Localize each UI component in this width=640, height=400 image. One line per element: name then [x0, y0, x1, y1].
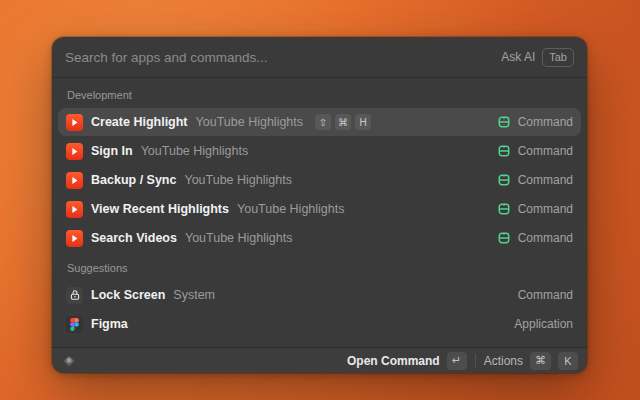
- tab-key-badge: Tab: [542, 48, 574, 67]
- item-type-label: Command: [518, 288, 573, 302]
- actions-label: Actions: [484, 354, 523, 368]
- item-accessory: Command: [497, 173, 573, 187]
- section-header-development: Development: [58, 80, 581, 108]
- item-subtitle: YouTube Highlights: [184, 173, 291, 187]
- command-deeplink-icon: [497, 202, 511, 216]
- item-title: View Recent Highlights: [91, 202, 229, 216]
- item-subtitle: System: [173, 288, 215, 302]
- section-header-suggestions: Suggestions: [58, 253, 581, 281]
- shortcut-badges: ⇧⌘H: [315, 114, 371, 130]
- figma-icon: [66, 316, 83, 333]
- item-accessory: Command: [497, 144, 573, 158]
- item-type-label: Command: [518, 115, 573, 129]
- item-title: Backup / Sync: [91, 173, 176, 187]
- item-type-label: Command: [518, 202, 573, 216]
- open-command-label: Open Command: [347, 354, 440, 368]
- list-item-backup-sync[interactable]: Backup / SyncYouTube HighlightsCommand: [58, 166, 581, 194]
- footer-divider: [475, 354, 476, 367]
- command-deeplink-icon: [497, 231, 511, 245]
- youtube-icon: [66, 143, 83, 160]
- list-item-sign-in[interactable]: Sign InYouTube HighlightsCommand: [58, 137, 581, 165]
- launcher-window: Ask AI Tab DevelopmentCreate HighlightYo…: [52, 37, 587, 373]
- list-item-search-videos[interactable]: Search VideosYouTube HighlightsCommand: [58, 224, 581, 252]
- item-subtitle: YouTube Highlights: [141, 144, 248, 158]
- item-title: Search Videos: [91, 231, 177, 245]
- youtube-icon: [66, 230, 83, 247]
- item-subtitle: YouTube Highlights: [237, 202, 344, 216]
- shortcut-key-badge: ⌘: [335, 114, 351, 130]
- item-type-label: Command: [518, 173, 573, 187]
- k-key-badge: K: [558, 352, 578, 370]
- list-item-create-highlight[interactable]: Create HighlightYouTube Highlights⇧⌘HCom…: [58, 108, 581, 136]
- command-deeplink-icon: [497, 173, 511, 187]
- youtube-icon: [66, 201, 83, 218]
- shortcut-key-badge: ⇧: [315, 114, 331, 130]
- item-subtitle: YouTube Highlights: [196, 115, 303, 129]
- ask-ai-button[interactable]: Ask AI Tab: [501, 48, 574, 67]
- raycast-logo-icon: [61, 353, 77, 369]
- command-deeplink-icon: [497, 144, 511, 158]
- cmd-key-badge: ⌘: [530, 352, 551, 370]
- ask-ai-label: Ask AI: [501, 50, 535, 64]
- list-item-lock-screen[interactable]: Lock ScreenSystemCommand: [58, 281, 581, 309]
- footer: Open Command ↵ Actions ⌘ K: [52, 347, 587, 373]
- youtube-icon: [66, 172, 83, 189]
- item-title: Lock Screen: [91, 288, 165, 302]
- item-accessory: Command: [497, 115, 573, 129]
- open-command-button[interactable]: Open Command ↵: [347, 352, 467, 370]
- item-accessory: Application: [514, 317, 573, 331]
- item-subtitle: YouTube Highlights: [185, 231, 292, 245]
- item-title: Figma: [91, 317, 128, 331]
- youtube-icon: [66, 114, 83, 131]
- item-accessory: Command: [497, 202, 573, 216]
- actions-button[interactable]: Actions ⌘ K: [484, 352, 578, 370]
- shortcut-key-badge: H: [355, 114, 371, 130]
- search-bar: Ask AI Tab: [52, 37, 587, 78]
- item-title: Create Highlight: [91, 115, 188, 129]
- item-title: Sign In: [91, 144, 133, 158]
- item-accessory: Command: [518, 288, 573, 302]
- lock-icon: [66, 287, 83, 304]
- list-item-view-recent-highlights[interactable]: View Recent HighlightsYouTube Highlights…: [58, 195, 581, 223]
- item-accessory: Command: [497, 231, 573, 245]
- list-item-figma[interactable]: FigmaApplication: [58, 310, 581, 338]
- item-type-label: Application: [514, 317, 573, 331]
- item-type-label: Command: [518, 231, 573, 245]
- item-type-label: Command: [518, 144, 573, 158]
- return-key-badge: ↵: [447, 352, 467, 370]
- command-deeplink-icon: [497, 115, 511, 129]
- results-list: DevelopmentCreate HighlightYouTube Highl…: [52, 78, 587, 347]
- search-input[interactable]: [65, 50, 493, 65]
